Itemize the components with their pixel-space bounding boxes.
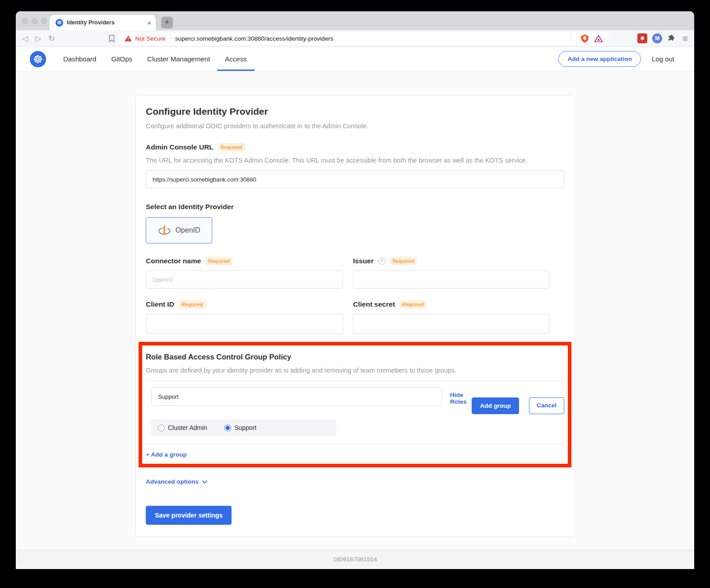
client-secret-input[interactable] (353, 314, 549, 334)
role-option-cluster-admin[interactable]: Cluster Admin (158, 424, 207, 431)
extension-badger-icon[interactable]: ✱ (637, 33, 647, 43)
extensions-area: ✱ M ≡ (637, 33, 688, 43)
role-label: Cluster Admin (168, 424, 207, 431)
radio-checked-icon[interactable] (224, 425, 231, 431)
app-nav: ☸ Dashboard GitOps Cluster Management Ac… (16, 47, 694, 71)
required-badge: Required (179, 300, 206, 308)
advanced-options-link[interactable]: Advanced options (146, 478, 208, 485)
openid-logo-icon (158, 224, 171, 237)
nav-item-access[interactable]: Access (225, 47, 246, 71)
not-secure-warning-icon (125, 35, 132, 42)
forward-icon[interactable]: ▷ (35, 35, 41, 42)
configure-identity-provider-card: Configure Identity Provider Configure ad… (135, 95, 575, 537)
browser-toolbar: ◁ ▷ ↻ Not Secure superci.somebigbank.com… (16, 30, 694, 47)
hide-roles-link[interactable]: Hide Roles (450, 392, 472, 405)
url-text: superci.somebigbank.com:30880/access/ide… (175, 35, 333, 42)
chevron-down-icon (202, 480, 208, 484)
rbac-divider-top (146, 381, 564, 381)
connector-name-input[interactable] (146, 271, 343, 289)
openid-provider-button[interactable]: OpenID (146, 217, 212, 243)
client-id-label: Client ID (146, 300, 174, 308)
role-option-support[interactable]: Support (224, 424, 256, 431)
admin-console-url-label: Admin Console URL (146, 143, 213, 151)
radio-unchecked-icon[interactable] (158, 425, 165, 431)
nav-item-gitops[interactable]: GitOps (111, 47, 132, 71)
rbac-highlight-box: Role Based Access Control Group Policy G… (139, 342, 571, 467)
group-actions: Add group Cancel (472, 397, 564, 414)
save-provider-settings-button[interactable]: Save provider settings (146, 506, 232, 525)
browser-menu-icon[interactable]: ≡ (682, 34, 688, 43)
roles-panel: Cluster Admin Support (151, 420, 336, 436)
required-badge: Required (390, 257, 417, 265)
nav-item-dashboard[interactable]: Dashboard (63, 47, 96, 71)
bookmark-icon[interactable] (109, 35, 115, 42)
extensions-puzzle-icon[interactable] (667, 35, 675, 42)
client-id-input[interactable] (146, 314, 343, 334)
tab-title: Identity Providers (67, 19, 144, 26)
add-group-button[interactable]: Add group (472, 397, 519, 414)
required-badge: Required (218, 143, 245, 151)
brave-rewards-bat-icon[interactable] (594, 35, 603, 42)
back-icon[interactable]: ◁ (22, 35, 28, 42)
select-identity-provider-label: Select an Identity Provider (146, 203, 564, 211)
issuer-help-icon[interactable]: ? (378, 257, 385, 265)
required-badge: Required (205, 257, 232, 265)
rbac-description: Groups are defined by your identity prov… (146, 367, 564, 374)
role-label: Support (234, 424, 256, 431)
kubernetes-favicon-icon: ☸ (56, 19, 63, 27)
rbac-divider-bottom (146, 443, 564, 444)
log-out-button[interactable]: Log out (652, 55, 674, 63)
group-row: Hide Roles Add group Cancel (151, 387, 564, 414)
admin-console-url-description: The URL for accessing the KOTS Admin Con… (146, 157, 564, 164)
not-secure-label: Not Secure (135, 35, 166, 42)
client-secret-label: Client secret (353, 300, 395, 308)
maximize-window-button[interactable] (41, 18, 47, 24)
advanced-options-label: Advanced options (146, 478, 199, 485)
tab-bar: ☸ Identity Providers × + (16, 11, 694, 30)
nav-right: Add a new application Log out (558, 47, 674, 71)
reload-icon[interactable]: ↻ (48, 35, 55, 42)
browser-window: ☸ Identity Providers × + ◁ ▷ ↻ Not Secur… (16, 11, 694, 569)
page-title: Configure Identity Provider (146, 106, 564, 117)
new-tab-button[interactable]: + (161, 17, 173, 28)
close-tab-icon[interactable]: × (147, 19, 151, 26)
admin-console-url-input[interactable] (146, 170, 564, 188)
close-window-button[interactable] (22, 18, 28, 24)
issuer-input[interactable] (353, 271, 549, 289)
minimize-window-button[interactable] (32, 18, 37, 24)
openid-label: OpenID (175, 226, 200, 234)
connector-name-label: Connector name (146, 257, 201, 265)
url-separator (170, 35, 171, 42)
add-a-group-link[interactable]: + Add a group (146, 451, 187, 458)
page-content: Configure Identity Provider Configure ad… (16, 71, 694, 550)
browser-tab[interactable]: ☸ Identity Providers × (50, 15, 156, 30)
footer-timestamp: 1609167061514 (16, 550, 694, 569)
url-separator-right (571, 35, 571, 42)
extension-m-icon[interactable]: M (652, 33, 662, 43)
rbac-title: Role Based Access Control Group Policy (146, 353, 564, 361)
url-bar[interactable]: Not Secure superci.somebigbank.com:30880… (119, 32, 608, 45)
kubernetes-logo-icon: ☸ (30, 51, 46, 67)
group-name-input[interactable] (151, 387, 442, 406)
traffic-lights (22, 18, 47, 24)
brave-shield-icon[interactable] (581, 34, 589, 43)
add-new-application-button[interactable]: Add a new application (558, 51, 641, 67)
required-badge: Required (399, 300, 427, 308)
nav-item-cluster-management[interactable]: Cluster Management (147, 47, 210, 71)
cancel-button[interactable]: Cancel (529, 397, 564, 414)
page-subtitle: Configure additional ODIC providers to a… (146, 122, 564, 130)
issuer-label: Issuer (353, 257, 374, 265)
